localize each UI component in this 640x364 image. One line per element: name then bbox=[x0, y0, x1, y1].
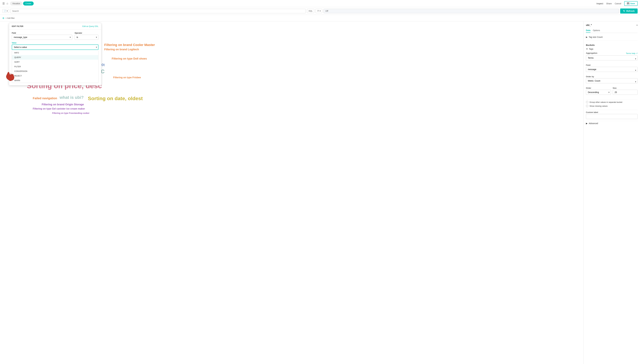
aggregation-select[interactable]: Terms bbox=[586, 55, 637, 60]
aggregation-row: Aggregation Terms help ↗ bbox=[586, 52, 637, 55]
value-select-wrap: Select a value bbox=[12, 44, 98, 50]
size-input[interactable] bbox=[613, 90, 638, 95]
word-cloud-word: Filtering on brand Cooler Master bbox=[104, 43, 155, 47]
field-group: Field message_type bbox=[12, 32, 72, 40]
size-col: Size bbox=[613, 87, 638, 96]
value-label: Value bbox=[12, 42, 98, 44]
order-label: Order bbox=[586, 87, 611, 89]
hamburger-icon[interactable]: ☰ bbox=[3, 2, 5, 5]
inspect-link[interactable]: Inspect bbox=[596, 2, 603, 5]
form-row-field-operator: Field message_type Operator is bbox=[12, 32, 98, 40]
word-cloud-word: Sorting on date, oldest bbox=[88, 96, 143, 101]
panel-title: ubi_* bbox=[586, 24, 592, 26]
advanced-label: Advanced bbox=[589, 122, 598, 124]
right-panel: ubi_* ≡ Data Options ▶ Tag size Count Bu… bbox=[583, 22, 640, 364]
dropdown-item-info[interactable]: INFO bbox=[12, 50, 98, 55]
dropdown-list: INFO QUERY SORT FILTER CONVERSION REJECT… bbox=[12, 50, 98, 83]
field-select-wrap: message_type bbox=[12, 35, 72, 40]
word-cloud-word: Filtering on brand Origin Storage bbox=[42, 103, 84, 106]
operator-select-wrap: is bbox=[75, 35, 98, 40]
advanced-chevron-icon: ▶ bbox=[586, 122, 587, 124]
divider2 bbox=[586, 100, 637, 100]
search-icon-button[interactable]: 📄 ▾ bbox=[3, 9, 9, 13]
top-nav: ☰ ⌂ Visualize Create Inspect Share Cance… bbox=[0, 0, 640, 7]
modal-body: Field message_type Operator is bbox=[9, 30, 101, 85]
order-select-wrap: Descending bbox=[586, 90, 611, 95]
dropdown-item-query[interactable]: QUERY bbox=[12, 55, 98, 60]
group-other-row: Group other values in separate bucket bbox=[586, 101, 637, 103]
add-filter-button[interactable]: + Add filter bbox=[6, 17, 15, 19]
dropdown-item-filter[interactable]: FILTER bbox=[12, 64, 98, 69]
visualize-tab[interactable]: Visualize bbox=[10, 2, 23, 6]
cancel-link[interactable]: Cancel bbox=[615, 2, 621, 5]
order-col: Order Descending bbox=[586, 87, 611, 96]
terms-help-link[interactable]: Terms help ↗ bbox=[626, 52, 637, 54]
value-select[interactable]: Select a value bbox=[12, 44, 98, 50]
word-cloud-word: Filtering on type Doll shoes bbox=[112, 57, 147, 60]
save-icon: 💾 bbox=[627, 2, 629, 4]
tags-chevron-icon[interactable]: ▼ bbox=[586, 48, 588, 50]
size-label: Size bbox=[613, 87, 638, 89]
word-cloud-area: EDIT FILTER Edit as Query DSL Field mess… bbox=[0, 22, 583, 364]
show-missing-label: Show missing values bbox=[589, 105, 607, 107]
tag-size-count-row: ▶ Tag size Count bbox=[586, 35, 637, 40]
document-icon: 📄 bbox=[4, 10, 6, 12]
search-input[interactable] bbox=[10, 9, 306, 13]
word-cloud-word: Filtering on type Frisbee bbox=[113, 76, 141, 79]
aggregation-select-wrap: Terms bbox=[586, 55, 637, 62]
save-button[interactable]: 💾 Save bbox=[624, 1, 637, 6]
field-label-panel: Field bbox=[586, 64, 637, 66]
home-icon[interactable]: ⌂ bbox=[7, 2, 8, 5]
refresh-button[interactable]: ↻ Refresh bbox=[620, 8, 637, 14]
operator-select[interactable]: is bbox=[75, 35, 98, 40]
custom-label-input[interactable] bbox=[586, 114, 637, 119]
options-tab[interactable]: Options bbox=[593, 28, 600, 33]
value-group: Value Select a value INFO QUERY SORT FIL… bbox=[12, 42, 98, 83]
operator-group: Operator is bbox=[75, 32, 98, 40]
word-cloud-word: Failed navigation bbox=[33, 96, 57, 100]
create-tab[interactable]: Create bbox=[23, 2, 34, 6]
dropdown-item-sort[interactable]: SORT bbox=[12, 60, 98, 64]
panel-header: ubi_* ≡ bbox=[586, 24, 637, 26]
custom-label-text: Custom label bbox=[586, 111, 637, 114]
dropdown-arrow-icon: ▾ bbox=[7, 10, 8, 12]
field-value-select[interactable]: message bbox=[586, 67, 637, 72]
divider3 bbox=[586, 110, 637, 110]
field-select[interactable]: message_type bbox=[12, 35, 72, 40]
nav-tabs: Visualize Create bbox=[10, 2, 34, 6]
order-by-select-wrap: Metric: Count bbox=[586, 78, 637, 85]
modal-title: EDIT FILTER bbox=[12, 25, 23, 28]
operator-label: Operator bbox=[75, 32, 98, 34]
word-cloud-word: what is ubi? bbox=[60, 95, 84, 100]
show-missing-row: Show missing values bbox=[586, 105, 637, 107]
group-other-checkbox[interactable] bbox=[586, 101, 588, 103]
dql-button[interactable]: DQL bbox=[307, 9, 314, 13]
dropdown-item-warn[interactable]: WARN bbox=[12, 78, 98, 83]
panel-menu-icon[interactable]: ≡ bbox=[636, 24, 637, 26]
refresh-icon: ↻ bbox=[623, 10, 625, 12]
order-select[interactable]: Descending bbox=[586, 90, 611, 95]
buckets-title: Buckets bbox=[586, 44, 637, 46]
data-tab[interactable]: Data bbox=[586, 28, 590, 33]
clock-button[interactable]: ⏱ ▾ bbox=[315, 9, 322, 13]
show-missing-checkbox[interactable] bbox=[586, 105, 588, 107]
share-link[interactable]: Share bbox=[606, 2, 612, 5]
order-size-row: Order Descending Size bbox=[586, 87, 637, 96]
tags-label: Tags bbox=[589, 48, 593, 50]
external-link-icon: ↗ bbox=[636, 52, 637, 54]
dropdown-item-reject[interactable]: REJECT bbox=[12, 74, 98, 78]
clock-dropdown-icon: ▾ bbox=[320, 10, 321, 12]
word-cloud-word: Filtering on brand Logitech bbox=[104, 48, 139, 51]
edit-query-dsl-link[interactable]: Edit as Query DSL bbox=[82, 25, 98, 28]
advanced-row[interactable]: ▶ Advanced bbox=[586, 121, 637, 124]
tag-size-count-label: Tag size Count bbox=[589, 36, 603, 38]
order-by-select[interactable]: Metric: Count bbox=[586, 78, 637, 83]
tag-chevron-icon[interactable]: ▶ bbox=[586, 36, 587, 38]
clock-icon: ⏱ bbox=[317, 10, 319, 12]
word-cloud-word: Filtering on type Gel canister ice cream… bbox=[33, 108, 85, 110]
dropdown-item-conversion[interactable]: CONVERSION bbox=[12, 69, 98, 74]
nav-right: Inspect Share Cancel 💾 Save bbox=[596, 1, 637, 6]
main-area: EDIT FILTER Edit as Query DSL Field mess… bbox=[0, 22, 640, 364]
panel-tabs: Data Options bbox=[586, 28, 637, 33]
group-other-label: Group other values in separate bucket bbox=[589, 101, 622, 103]
